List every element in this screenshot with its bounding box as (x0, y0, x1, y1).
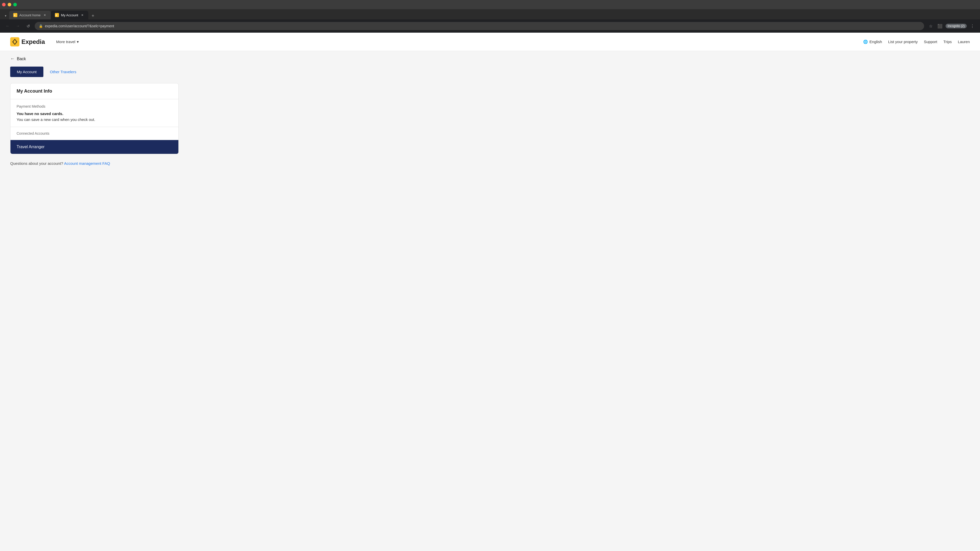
extensions-icon: ⬛ (937, 24, 942, 29)
expedia-logo-text: Expedia (21, 38, 45, 45)
tab-my-account-close[interactable]: ✕ (80, 13, 84, 17)
back-button[interactable]: ← Back (10, 56, 970, 62)
browser-chrome: ▾ e Account home ✕ e My Account ✕ (0, 0, 980, 33)
more-travel-chevron-icon: ▾ (77, 40, 79, 44)
url-bar[interactable]: 🔒 expedia.com/user/account/?&selc=paymen… (35, 22, 924, 30)
support-label: Support (924, 40, 937, 44)
header-left: Expedia More travel ▾ (10, 37, 82, 46)
page-content: Expedia More travel ▾ 🌐 English List you… (0, 33, 980, 551)
tab-account-home-label: Account home (19, 13, 41, 17)
title-bar (0, 0, 980, 9)
save-card-hint-text: You can save a new card when you check o… (17, 118, 172, 122)
back-nav-icon: ← (6, 24, 10, 28)
more-travel-label: More travel (56, 40, 75, 44)
refresh-button[interactable]: ↺ (24, 22, 32, 30)
connected-accounts-label: Connected Accounts (17, 131, 49, 135)
svg-text:e: e (14, 14, 16, 17)
other-travelers-tab-label: Other Travelers (50, 70, 76, 74)
tab-my-account[interactable]: e My Account ✕ (51, 11, 88, 19)
tab-dropdown-button[interactable]: ▾ (2, 12, 9, 19)
address-bar: ← → ↺ 🔒 expedia.com/user/account/?&selc=… (0, 19, 980, 33)
forward-nav-icon: → (16, 24, 20, 28)
svg-text:e: e (56, 14, 57, 17)
trips-label: Trips (943, 40, 952, 44)
language-label: English (870, 40, 882, 44)
faq-link[interactable]: Account management FAQ (64, 161, 110, 165)
new-tab-button[interactable]: + (89, 12, 97, 19)
support-link[interactable]: Support (924, 40, 937, 44)
tab-buttons: My Account Other Travelers (10, 67, 184, 77)
language-selector[interactable]: 🌐 English (863, 40, 882, 44)
payment-methods-label: Payment Methods (17, 104, 172, 108)
chevron-down-icon: ▾ (5, 14, 6, 17)
url-text: expedia.com/user/account/?&selc=payment (45, 24, 920, 28)
forward-navigation-button[interactable]: → (14, 22, 21, 30)
globe-icon: 🌐 (863, 40, 868, 44)
other-travelers-tab-button[interactable]: Other Travelers (43, 67, 83, 77)
no-saved-cards-text: You have no saved cards. (17, 111, 172, 116)
user-label: Lauren (958, 40, 970, 44)
account-info-title: My Account Info (17, 89, 52, 94)
main-content: My Account Other Travelers My Account In… (0, 67, 194, 176)
back-arrow-icon: ← (10, 56, 15, 62)
tab-bar: ▾ e Account home ✕ e My Account ✕ (0, 9, 980, 19)
incognito-badge[interactable]: Incognito (2) (945, 24, 967, 28)
tab-account-home-close[interactable]: ✕ (43, 13, 47, 17)
bookmark-button[interactable]: ☆ (927, 22, 934, 30)
user-menu[interactable]: Lauren (958, 40, 970, 44)
more-travel-button[interactable]: More travel ▾ (53, 38, 82, 46)
payment-methods-section: Payment Methods You have no saved cards.… (11, 99, 178, 127)
bookmark-icon: ☆ (929, 24, 932, 29)
minimize-window-button[interactable] (8, 3, 11, 6)
connected-accounts-section: Connected Accounts (11, 127, 178, 140)
back-label: Back (17, 57, 26, 61)
back-navigation-button[interactable]: ← (4, 22, 11, 30)
my-account-tab-label: My Account (17, 70, 37, 74)
close-window-button[interactable] (2, 3, 6, 6)
address-bar-actions: ☆ ⬛ Incognito (2) ⋮ (927, 22, 976, 30)
expedia-logo-icon (10, 37, 19, 46)
list-property-link[interactable]: List your property (888, 40, 918, 44)
expedia-tab-icon-1: e (13, 13, 18, 17)
expedia-tab-icon-2: e (55, 13, 59, 17)
lock-icon: 🔒 (39, 24, 43, 28)
header-right: 🌐 English List your property Support Tri… (863, 40, 970, 44)
menu-dots-icon: ⋮ (970, 24, 974, 29)
my-account-tab-button[interactable]: My Account (10, 67, 43, 77)
travel-arranger-label: Travel Arranger (17, 144, 45, 149)
extensions-button[interactable]: ⬛ (936, 22, 943, 30)
account-card: My Account Info Payment Methods You have… (10, 83, 179, 154)
back-bar: ← Back (0, 51, 980, 67)
faq-prefix-text: Questions about your account? (10, 161, 63, 165)
maximize-window-button[interactable] (13, 3, 17, 6)
account-info-header: My Account Info (11, 83, 178, 99)
trips-link[interactable]: Trips (943, 40, 952, 44)
browser-menu-button[interactable]: ⋮ (969, 22, 976, 30)
site-header: Expedia More travel ▾ 🌐 English List you… (0, 33, 980, 51)
tab-my-account-label: My Account (61, 13, 78, 17)
faq-section: Questions about your account? Account ma… (10, 161, 184, 165)
plus-icon: + (92, 13, 94, 19)
expedia-logo[interactable]: Expedia (10, 37, 45, 46)
tab-account-home[interactable]: e Account home ✕ (9, 11, 51, 19)
refresh-icon: ↺ (27, 24, 30, 29)
travel-arranger-section[interactable]: Travel Arranger (11, 140, 178, 154)
window-controls (2, 3, 17, 6)
list-property-label: List your property (888, 40, 918, 44)
